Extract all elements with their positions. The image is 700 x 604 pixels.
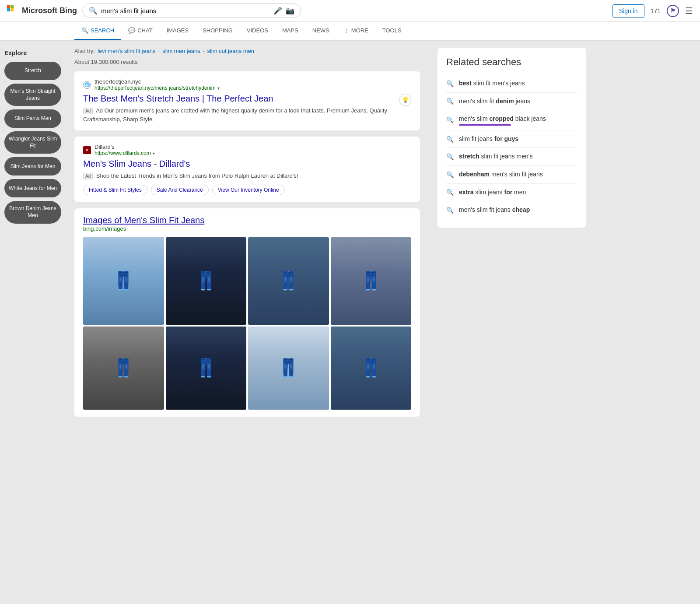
images-title[interactable]: Images of Men's Slim Fit Jeans	[83, 215, 204, 225]
related-text-8: men's slim fit jeans cheap	[459, 206, 530, 214]
chat-tab-label: CHAT	[137, 27, 152, 34]
source-dropdown-1[interactable]: ▾	[217, 86, 220, 91]
more-tab-label: MORE	[351, 27, 368, 34]
tab-tools[interactable]: TOOLS	[375, 22, 409, 40]
more-tab-icon: ⋮	[343, 27, 349, 34]
result-title-1[interactable]: The Best Men's Stretch Jeans | The Perfe…	[83, 94, 273, 104]
content-area: Also try: levi men's slim fit jeans · sl…	[66, 41, 429, 430]
search-bar: 🔍 🎤 📷	[82, 4, 301, 18]
result-link-inventory[interactable]: View Our Inventory Online	[212, 185, 285, 195]
related-search-icon-1: 🔍	[446, 80, 454, 87]
jeans-image-5[interactable]: 👖	[83, 327, 164, 410]
source-dropdown-2[interactable]: ▾	[153, 151, 155, 156]
result-title-2[interactable]: Men's Slim Jeans - Dillard's	[83, 159, 411, 169]
result-desc-2: Ad Shop the Latest Trends in Men's Slim …	[83, 172, 411, 180]
related-searches-title: Related searches	[446, 56, 578, 68]
related-item-8[interactable]: 🔍 men's slim fit jeans cheap	[446, 201, 578, 219]
source-name-2: Dillard's	[94, 144, 155, 150]
result-link-sale[interactable]: Sale And Clearance	[151, 185, 209, 195]
dot-2: ·	[203, 48, 205, 54]
lightbulb-button-1[interactable]: 💡	[399, 94, 411, 106]
related-text-4: slim fit jeans for guys	[459, 135, 518, 144]
sign-in-button[interactable]: Sign in	[612, 4, 644, 18]
related-item-4[interactable]: 🔍 slim fit jeans for guys	[446, 130, 578, 148]
reward-count: 171	[651, 7, 661, 14]
also-try: Also try: levi men's slim fit jeans · sl…	[74, 48, 420, 54]
related-text-5: stretch slim fit jeans men's	[459, 152, 532, 161]
tab-shopping[interactable]: SHOPPING	[196, 22, 240, 40]
right-sidebar: Related searches 🔍 best slim fit men's j…	[429, 41, 595, 430]
bing-logo[interactable]: Microsoft Bing	[7, 5, 77, 17]
tab-more[interactable]: ⋮ MORE	[336, 22, 375, 40]
result-link-fitted[interactable]: Fitted & Slim Fit Styles	[83, 185, 147, 195]
images-tab-label: IMAGES	[167, 27, 189, 34]
result-desc-1: Ad Ad Our premium men's jeans are crafte…	[83, 106, 411, 123]
related-text-1: best slim fit men's jeans	[459, 79, 525, 88]
shopping-tab-label: SHOPPING	[203, 27, 233, 34]
explore-item-brown[interactable]: Brown Denim Jeans Men	[4, 201, 61, 223]
jeans-image-4[interactable]: 👖	[331, 237, 412, 325]
hamburger-icon[interactable]: ☰	[685, 6, 693, 16]
source-favicon-icon: D	[83, 146, 91, 154]
progress-bar	[459, 124, 511, 126]
related-item-3[interactable]: 🔍 men's slim cropped black jeans	[446, 110, 578, 130]
nav-tabs: 🔍 SEARCH 💬 CHAT IMAGES SHOPPING VIDEOS M…	[0, 22, 700, 41]
images-grid: 👖 👖 👖 👖 👖 👖 👖	[83, 237, 411, 410]
images-source[interactable]: bing.com/images	[83, 225, 411, 232]
search-input[interactable]	[101, 7, 270, 14]
svg-rect-3	[10, 8, 14, 11]
jeans-image-8[interactable]: 👖	[331, 327, 412, 410]
header: Microsoft Bing 🔍 🎤 📷 Sign in 171 ⚑ ☰	[0, 0, 700, 22]
related-text-6: debenham men's slim fit jeans	[459, 170, 543, 179]
dot-1: ·	[158, 48, 160, 54]
svg-rect-0	[7, 5, 10, 8]
related-item-2[interactable]: 🔍 men's slim fit denim jeans	[446, 93, 578, 111]
tab-chat[interactable]: 💬 CHAT	[121, 22, 159, 40]
also-try-link-1[interactable]: levi men's slim fit jeans	[98, 48, 156, 54]
reward-icon[interactable]: ⚑	[667, 5, 679, 17]
explore-sidebar: Explore Stretch Men's Slim Straight Jean…	[0, 41, 66, 430]
tab-maps[interactable]: MAPS	[275, 22, 305, 40]
news-tab-label: NEWS	[312, 27, 329, 34]
camera-button[interactable]: 📷	[286, 7, 294, 15]
result-source-2: D Dillard's https://www.dillards.com ▾	[83, 144, 411, 156]
ad-label-1: Ad	[83, 108, 93, 114]
related-item-5[interactable]: 🔍 stretch slim fit jeans men's	[446, 148, 578, 166]
explore-item-wrangler[interactable]: Wrangler Jeans Slim Fit	[4, 131, 61, 154]
bing-logo-text: Microsoft Bing	[22, 6, 77, 15]
tab-videos[interactable]: VIDEOS	[240, 22, 275, 40]
mic-button[interactable]: 🎤	[273, 7, 282, 15]
main-container: Explore Stretch Men's Slim Straight Jean…	[0, 41, 700, 430]
related-item-1[interactable]: 🔍 best slim fit men's jeans	[446, 75, 578, 93]
explore-item-slim-pants[interactable]: Slim Pants Men	[4, 109, 61, 128]
header-right: Sign in 171 ⚑ ☰	[612, 4, 693, 18]
related-item-6[interactable]: 🔍 debenham men's slim fit jeans	[446, 166, 578, 184]
explore-item-white[interactable]: White Jeans for Men	[4, 179, 61, 197]
source-globe-icon: 🌐	[83, 81, 91, 89]
also-try-link-2[interactable]: slim men jeans	[162, 48, 200, 54]
source-url-1: https://theperfectjean.nyc/mens jeans/st…	[94, 85, 216, 91]
related-search-icon-5: 🔍	[446, 153, 454, 160]
result-links-2: Fitted & Slim Fit Styles Sale And Cleara…	[83, 185, 411, 195]
explore-item-straight[interactable]: Men's Slim Straight Jeans	[4, 84, 61, 106]
jeans-image-2[interactable]: 👖	[166, 237, 247, 325]
svg-rect-2	[7, 8, 10, 11]
explore-item-slim-men[interactable]: Slim Jeans for Men	[4, 157, 61, 176]
jeans-image-6[interactable]: 👖	[166, 327, 247, 410]
related-search-icon-2: 🔍	[446, 98, 454, 105]
explore-item-stretch[interactable]: Stretch	[4, 62, 61, 80]
jeans-image-3[interactable]: 👖	[248, 237, 329, 325]
maps-tab-label: MAPS	[282, 27, 298, 34]
search-tab-icon: 🔍	[81, 27, 88, 34]
tab-news[interactable]: NEWS	[305, 22, 336, 40]
tab-images[interactable]: IMAGES	[160, 22, 196, 40]
tab-search[interactable]: 🔍 SEARCH	[74, 22, 121, 40]
result-card-2: D Dillard's https://www.dillards.com ▾ M…	[74, 137, 420, 202]
jeans-image-1[interactable]: 👖	[83, 237, 164, 325]
related-item-7[interactable]: 🔍 extra slim jeans for men	[446, 184, 578, 202]
also-try-label: Also try:	[74, 48, 95, 54]
also-try-link-3[interactable]: slim cut jeans men	[207, 48, 254, 54]
jeans-image-7[interactable]: 👖	[248, 327, 329, 410]
search-tab-label: SEARCH	[91, 27, 114, 34]
svg-rect-1	[10, 5, 14, 8]
